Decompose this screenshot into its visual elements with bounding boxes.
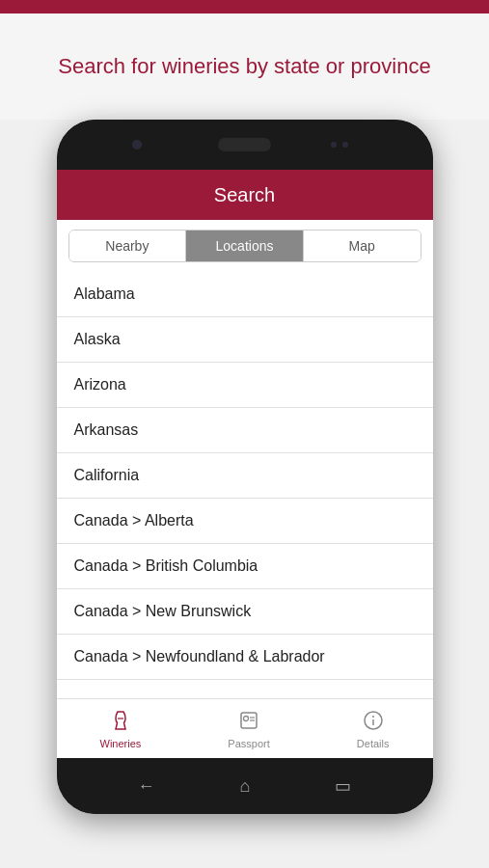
app-header: Search xyxy=(57,170,433,220)
phone-frame: Search Nearby Locations Map AlabamaAlask… xyxy=(57,120,433,814)
top-banner xyxy=(0,0,489,14)
list-item[interactable]: Arizona xyxy=(57,363,433,408)
tab-locations[interactable]: Locations xyxy=(186,231,304,261)
home-button[interactable]: ⌂ xyxy=(240,776,251,797)
location-list: AlabamaAlaskaArizonaArkansasCaliforniaCa… xyxy=(57,272,433,698)
recent-apps-button[interactable]: ▭ xyxy=(335,775,351,797)
tab-nearby[interactable]: Nearby xyxy=(69,231,187,261)
sensor-dot-2 xyxy=(342,142,348,148)
phone-top-bar xyxy=(57,120,433,170)
svg-point-7 xyxy=(372,716,374,718)
sensor-dot-1 xyxy=(331,142,337,148)
svg-point-2 xyxy=(244,716,249,720)
header-text-area: Search for wineries by state or province xyxy=(0,14,489,120)
list-item[interactable]: Canada > New Brunswick xyxy=(57,589,433,635)
phone-screen: Search Nearby Locations Map AlabamaAlask… xyxy=(57,170,433,758)
phone-sensors xyxy=(331,142,348,148)
passport-icon xyxy=(237,709,260,736)
list-item[interactable]: Canada > British Columbia xyxy=(57,544,433,589)
nav-item-details[interactable]: Details xyxy=(357,709,390,749)
page-header-text: Search for wineries by state or province xyxy=(58,53,430,81)
nav-item-passport[interactable]: Passport xyxy=(228,709,269,749)
tab-map[interactable]: Map xyxy=(304,231,421,261)
search-tab-bar: Nearby Locations Map xyxy=(57,220,433,272)
list-item[interactable]: Canada > Newfoundland & Labrador xyxy=(57,635,433,680)
phone-speaker xyxy=(218,138,271,151)
list-item[interactable]: Arkansas xyxy=(57,408,433,453)
list-item[interactable]: California xyxy=(57,453,433,499)
list-item[interactable]: Canada > Alberta xyxy=(57,499,433,544)
wineries-icon xyxy=(109,709,132,736)
app-title: Search xyxy=(214,184,275,206)
nav-label-passport: Passport xyxy=(228,738,269,749)
nav-label-wineries: Wineries xyxy=(100,738,142,749)
list-item[interactable]: Alaska xyxy=(57,317,433,363)
list-item[interactable]: Alabama xyxy=(57,272,433,317)
tab-bar-inner: Nearby Locations Map xyxy=(68,230,421,262)
phone-bottom-bar: ← ⌂ ▭ xyxy=(57,758,433,814)
nav-label-details: Details xyxy=(357,738,390,749)
bottom-nav: Wineries Passport Details xyxy=(57,698,433,758)
front-camera xyxy=(132,140,142,149)
details-icon xyxy=(362,709,385,736)
back-button[interactable]: ← xyxy=(138,776,155,797)
nav-item-wineries[interactable]: Wineries xyxy=(100,709,142,749)
